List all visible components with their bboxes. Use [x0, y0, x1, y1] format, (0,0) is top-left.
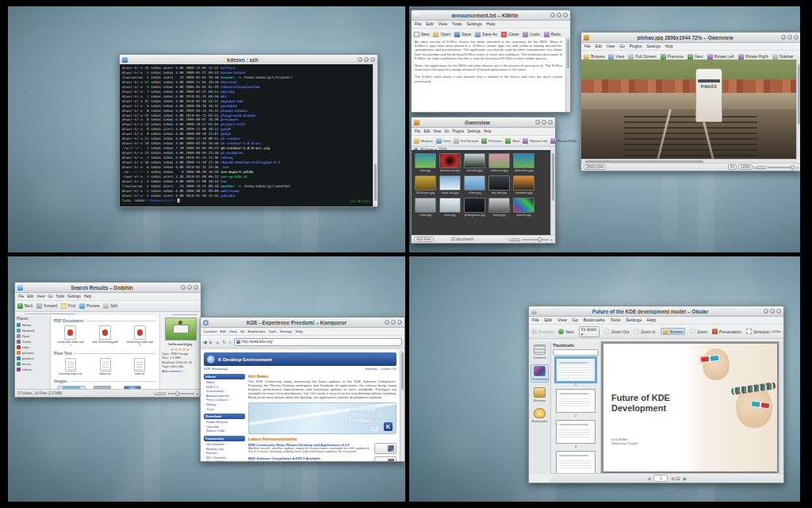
- minimize-button[interactable]: [181, 285, 186, 290]
- toolbar-button[interactable]: Redo: [544, 32, 561, 37]
- site-sidebar[interactable]: Inform HomeKDE 4.3ScreenshotsAnnouncemen…: [204, 371, 245, 461]
- menu-item[interactable]: View: [36, 294, 44, 299]
- page-thumbnail[interactable]: 3: [556, 420, 596, 448]
- next-button[interactable]: Next: [558, 329, 573, 334]
- photo-pinhao[interactable]: PINHÃO: [581, 60, 796, 160]
- menu-item[interactable]: Settings: [466, 21, 481, 27]
- menu-item[interactable]: Help: [84, 294, 91, 299]
- pdf-file-item[interactable]: marketing-slides.pdf: [126, 325, 153, 348]
- thumbnails-panel[interactable]: Thumbnails 1234: [551, 341, 601, 474]
- konsole-window[interactable]: kdesvn : ssh drwxr-sr-x 25 sebas users 4…: [119, 54, 378, 207]
- places-item[interactable]: Trash: [17, 339, 48, 344]
- close-button[interactable]: [794, 35, 799, 40]
- menu-item[interactable]: Help: [484, 129, 491, 134]
- minimize-button[interactable]: [358, 57, 362, 62]
- browse-tool-button[interactable]: Browse: [661, 328, 686, 335]
- toolbar-button[interactable]: Previous: [481, 138, 502, 144]
- gwenview-titlebar[interactable]: Gwenview: [412, 117, 555, 128]
- pdf-file-item[interactable]: kde-43-briefing.pdf: [92, 325, 119, 348]
- places-item[interactable]: Root: [17, 333, 48, 339]
- places-item[interactable]: Home: [17, 322, 48, 328]
- toolbar-button[interactable]: View: [608, 54, 624, 60]
- toolbar-button[interactable]: Rotate Left: [523, 138, 546, 144]
- announcement-item[interactable]: KDE Community Ships Plasma Desktop and A…: [248, 443, 396, 455]
- menu-item[interactable]: Edit: [596, 44, 602, 49]
- page-thumbnail[interactable]: 2: [556, 389, 596, 418]
- toolbar-button[interactable]: View: [436, 138, 450, 144]
- terminal-scrollbar[interactable]: [373, 64, 377, 206]
- top-links[interactable]: Sitemap · Contact Us: [365, 367, 396, 371]
- places-panel[interactable]: Places HomeNetworkRootTrashtalkspictures…: [15, 315, 51, 390]
- homepage-link[interactable]: KDE Homepage: [204, 367, 228, 371]
- announcement-thumbnail[interactable]: [374, 456, 396, 461]
- menu-item[interactable]: Settings: [67, 294, 81, 299]
- konqueror-window[interactable]: KDE - Experience Freedom! – Konqueror Lo…: [200, 317, 405, 462]
- photo-thumbnail[interactable]: snow.jpg: [415, 198, 436, 217]
- menu-item[interactable]: File: [584, 44, 591, 49]
- fit-button[interactable]: Fit: [728, 164, 737, 170]
- page-number-input[interactable]: 1: [653, 475, 668, 482]
- menu-item[interactable]: Go: [573, 318, 578, 323]
- back-icon[interactable]: ◀: [203, 339, 207, 344]
- menu-item[interactable]: Tools: [56, 294, 64, 299]
- menu-item[interactable]: Tools: [611, 318, 621, 323]
- maximize-button[interactable]: [770, 309, 775, 314]
- places-item[interactable]: pictures: [17, 350, 48, 356]
- zoom-tool-button[interactable]: Zoom: [690, 329, 707, 334]
- dolphin-titlebar[interactable]: Search Results – Dolphin: [15, 283, 201, 293]
- places-item[interactable]: projects: [17, 356, 48, 361]
- maximize-button[interactable]: [542, 120, 546, 125]
- minimize-button[interactable]: [764, 309, 768, 314]
- menu-item[interactable]: Go: [240, 329, 245, 334]
- thumbnail-filter-input[interactable]: [553, 349, 599, 356]
- toolbar-button[interactable]: Back: [17, 303, 33, 309]
- announcement-thumbnail[interactable]: [374, 443, 396, 454]
- desktop-4[interactable]: Future of the KDE development model – Ok…: [409, 256, 800, 502]
- maximize-button[interactable]: [391, 320, 396, 325]
- toolbar-button[interactable]: New: [414, 32, 429, 37]
- next-page-icon[interactable]: ▶: [684, 476, 688, 481]
- sidebar-link[interactable]: Planet KDE: [204, 460, 245, 461]
- okular-titlebar[interactable]: Future of the KDE development model – Ok…: [529, 306, 783, 317]
- photo-thumbnail[interactable]: berries-roo.jpg: [439, 153, 461, 172]
- photo-thumbnail[interactable]: heart-sky.jpg: [439, 175, 461, 194]
- desktop-1[interactable]: kdesvn : ssh drwxr-sr-x 25 sebas users 4…: [8, 6, 405, 252]
- terminal-output[interactable]: drwxr-sr-x 25 sebas users 4.0K 2009-12-0…: [120, 64, 377, 206]
- photo-thumbnail[interactable]: determina.jpg: [513, 153, 534, 172]
- close-button[interactable]: [193, 285, 198, 290]
- toolbar-button[interactable]: Full Screen: [454, 138, 478, 144]
- announcement-item[interactable]: KDE Software Compilation 4.4 RC3 Availab…: [248, 456, 396, 461]
- toolbar-button[interactable]: Sidebar: [772, 54, 794, 60]
- fit-width-select[interactable]: Fit Width ▾: [579, 326, 599, 337]
- photo-thumbnail[interactable]: sundown.jpg: [513, 175, 534, 194]
- presentation-button[interactable]: Presentation: [712, 329, 741, 334]
- zoom-out-icon[interactable]: \u2212: [508, 237, 520, 242]
- menu-item[interactable]: File: [18, 294, 24, 299]
- toolbar-button[interactable]: Preview: [79, 303, 99, 309]
- places-item[interactable]: music: [17, 361, 48, 367]
- close-button[interactable]: [548, 120, 553, 125]
- toolbar-button[interactable]: Full Screen: [628, 54, 656, 60]
- menu-item[interactable]: View: [439, 21, 447, 27]
- toolbar-button[interactable]: Next: [505, 138, 519, 144]
- forward-icon[interactable]: ▶: [209, 339, 213, 344]
- toolbar-button[interactable]: Save: [454, 32, 471, 37]
- maximize-button[interactable]: [787, 35, 792, 40]
- maximize-button[interactable]: [364, 57, 369, 62]
- toolbar-button[interactable]: Find: [61, 303, 75, 309]
- menu-item[interactable]: Plugins: [452, 129, 464, 134]
- toolbar-button[interactable]: Open: [433, 32, 450, 37]
- zoom-slider[interactable]: \u2212+: [508, 237, 553, 242]
- page-thumbnail[interactable]: 4: [556, 451, 596, 474]
- home-icon[interactable]: ⌂: [228, 340, 232, 344]
- minimize-button[interactable]: [781, 35, 786, 40]
- sidebar-tab[interactable]: Bookmarks: [529, 407, 550, 424]
- zoom-value[interactable]: 100%: [738, 164, 753, 170]
- selection-button[interactable]: Selection\u25be: [746, 329, 781, 334]
- menu-item[interactable]: View: [433, 129, 441, 134]
- sidebar-link[interactable]: Source Code: [204, 429, 245, 433]
- menu-item[interactable]: View: [607, 44, 615, 49]
- menu-item[interactable]: File: [415, 21, 422, 27]
- menu-item[interactable]: Help: [665, 44, 673, 49]
- menu-item[interactable]: Edit: [220, 329, 227, 334]
